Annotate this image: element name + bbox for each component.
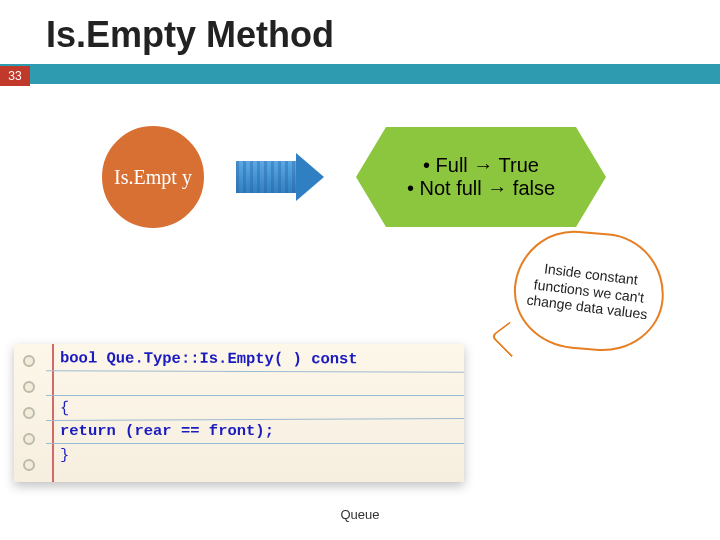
result-text: • Full → True • Not full → false xyxy=(356,127,606,227)
code-line-3: { xyxy=(46,395,464,421)
slide-title: Is.Empty Method xyxy=(0,0,720,64)
callout-text: Inside constant functions we can't chang… xyxy=(519,234,660,347)
code-line-5: } xyxy=(46,444,464,468)
result-line-2: • Not full → false xyxy=(407,177,555,200)
code-lines: bool Que.Type::Is.Empty( ) const { retur… xyxy=(46,348,464,468)
code-line-2 xyxy=(46,372,464,396)
slide: Is.Empty Method 33 Is.Empt y • Full → Tr… xyxy=(0,0,720,540)
callout-bubble: Inside constant functions we can't chang… xyxy=(514,232,664,350)
method-circle-text: Is.Empt y xyxy=(114,167,192,188)
notebook-holes xyxy=(16,348,42,478)
code-line-1: bool Que.Type::Is.Empty( ) const xyxy=(60,349,358,368)
code-snippet: bool Que.Type::Is.Empty( ) const { retur… xyxy=(14,344,464,482)
result-line-1: • Full → True xyxy=(423,154,539,177)
result-hexagon: • Full → True • Not full → false xyxy=(356,127,606,227)
footer-text: Queue xyxy=(0,507,720,522)
concept-row: Is.Empt y • Full → True • Not full → fal… xyxy=(100,124,720,230)
accent-bar xyxy=(0,64,720,84)
arrow-icon xyxy=(236,155,326,199)
page-number-badge: 33 xyxy=(0,66,30,86)
code-line-4: return (rear == front); xyxy=(60,422,274,440)
method-circle: Is.Empt y xyxy=(100,124,206,230)
